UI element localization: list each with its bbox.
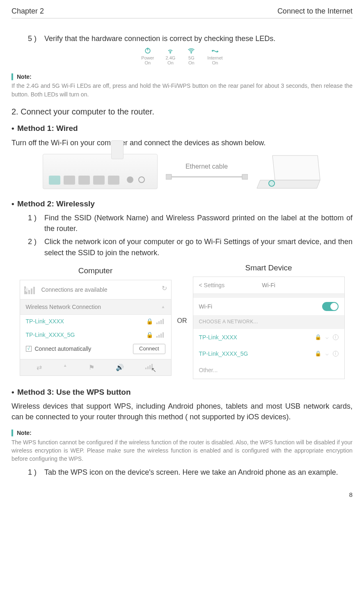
wifi-header: Wi-Fi xyxy=(262,281,275,289)
svg-marker-9 xyxy=(272,156,320,180)
wireless-section-header[interactable]: Wireless Network Connection ▲ xyxy=(20,299,171,315)
signal-icon: ✲ xyxy=(26,285,37,294)
computer-panel-title: Computer xyxy=(20,265,172,277)
svg-rect-12 xyxy=(270,182,273,185)
lock-icon: 🔒 xyxy=(315,350,321,358)
method-1-text: Turn off the Wi-Fi on your computer and … xyxy=(11,137,353,148)
section-label: Connect to the Internet xyxy=(277,6,353,16)
wifi-small-icon xyxy=(166,46,174,55)
ethernet-cable: Ethernet cable xyxy=(166,162,248,181)
note-marker-icon: ▍ xyxy=(11,73,16,80)
wifi-toggle[interactable] xyxy=(322,302,339,311)
info-icon[interactable]: i xyxy=(333,351,339,357)
connect-button[interactable]: Connect xyxy=(133,344,165,354)
choose-network-header: CHOOSE A NETWORK... xyxy=(193,315,344,329)
wifi-icon: ⌵ xyxy=(325,350,329,358)
note-marker-icon: ▍ xyxy=(11,430,16,436)
page-number: 8 xyxy=(11,490,353,499)
back-to-settings[interactable]: < Settings xyxy=(199,281,225,289)
method-2-heading: Method 2: Wirelessly xyxy=(11,198,353,210)
svg-rect-8 xyxy=(242,174,248,179)
ios-wifi-panel: < Settings Wi-Fi Wi-Fi CHOOSE A NETWORK.… xyxy=(193,277,345,379)
ios-other-network[interactable]: Other... xyxy=(193,362,344,378)
refresh-icon[interactable]: ↻ xyxy=(162,284,167,293)
network-item-2[interactable]: TP-Link_XXXX_5G 🔒 xyxy=(20,328,171,341)
cursor-icon: ↖ xyxy=(151,365,156,375)
svg-marker-10 xyxy=(257,180,320,188)
ios-network-2[interactable]: TP-Link_XXXX_5G 🔒⌵i xyxy=(193,345,344,362)
svg-point-4 xyxy=(212,50,213,51)
section-heading: 2. Connect your computer to the router. xyxy=(11,106,353,118)
wired-diagram: Ethernet cable xyxy=(11,153,353,190)
step-5: 5 ) Verify that the hardware connection … xyxy=(28,33,353,44)
system-tray: ⇄ ▲ ⚑ 🔊 ↖ xyxy=(20,359,171,375)
led-5g: 5GOn xyxy=(187,46,196,65)
wifi-big-icon xyxy=(187,46,196,55)
step-text: Verify that the hardware connection is c… xyxy=(44,33,353,44)
wps-step1: 1 ) Tab the WPS icon on the device's scr… xyxy=(28,467,353,478)
tray-expand-icon: ▲ xyxy=(63,363,67,372)
method-1-heading: Method 1: Wired xyxy=(11,123,353,134)
wifi-toggle-row: Wi-Fi xyxy=(193,298,344,315)
collapse-icon: ▲ xyxy=(161,304,165,310)
method-3-heading: Method 3: Use the WPS button xyxy=(11,386,353,398)
lock-icon: 🔒 xyxy=(315,334,321,341)
note-1: ▍Note: If the 2.4G and 5G Wi-Fi LEDs are… xyxy=(11,71,353,98)
method2-step1: 1 ) Find the SSID (Network Name) and Wir… xyxy=(28,213,353,234)
or-separator: OR xyxy=(177,316,187,325)
windows-wifi-panel: ✲ Connections are available ↻ Wireless N… xyxy=(20,280,172,376)
smart-device-panel-title: Smart Device xyxy=(193,262,345,274)
lock-icon: 🔒 xyxy=(146,317,153,325)
power-icon xyxy=(144,46,152,55)
ios-network-1[interactable]: TP-Link_XXXX 🔒⌵i xyxy=(193,329,344,345)
method2-step2: 2 ) Click the network icon of your compu… xyxy=(28,236,353,258)
note-text: The WPS function cannot be configured if… xyxy=(11,438,353,463)
connection-panels: Computer ✲ Connections are available ↻ W… xyxy=(11,262,353,379)
led-24g: 2.4GOn xyxy=(166,46,176,65)
network-item-1[interactable]: TP-Link_XXXX 🔒 xyxy=(20,315,171,328)
note-2: ▍Note: The WPS function cannot be config… xyxy=(11,427,353,463)
signal-bars-icon xyxy=(156,332,165,338)
tray-net-icon: ⇄ xyxy=(37,363,42,372)
tray-volume-icon: 🔊 xyxy=(116,363,124,372)
led-indicators: PowerOn 2.4GOn 5GOn InternetOn xyxy=(11,46,353,65)
led-internet: InternetOn xyxy=(207,46,222,65)
svg-point-5 xyxy=(217,51,218,52)
chapter-label: Chapter 2 xyxy=(11,6,44,16)
page-header: Chapter 2 Connect to the Internet xyxy=(11,6,353,18)
info-icon[interactable]: i xyxy=(333,334,339,340)
wifi-icon: ⌵ xyxy=(325,334,329,341)
auto-connect-checkbox[interactable]: √ xyxy=(26,346,32,352)
internet-icon xyxy=(211,46,220,55)
router-illustration xyxy=(43,154,158,189)
svg-rect-6 xyxy=(166,174,172,179)
signal-bars-icon xyxy=(156,318,165,324)
connections-available-text: Connections are available xyxy=(41,286,108,294)
tray-flag-icon: ⚑ xyxy=(89,363,94,372)
note-text: If the 2.4G and 5G Wi-Fi LEDs are off, p… xyxy=(11,82,353,98)
led-power: PowerOn xyxy=(141,46,154,65)
laptop-illustration xyxy=(256,153,322,190)
svg-point-3 xyxy=(191,53,192,53)
svg-point-2 xyxy=(170,53,171,53)
lock-icon: 🔒 xyxy=(146,331,153,339)
step-number: 5 ) xyxy=(28,33,44,44)
auto-connect-label: Connect automatically xyxy=(35,345,92,353)
method-3-text: Wireless devices that support WPS, inclu… xyxy=(11,401,353,422)
